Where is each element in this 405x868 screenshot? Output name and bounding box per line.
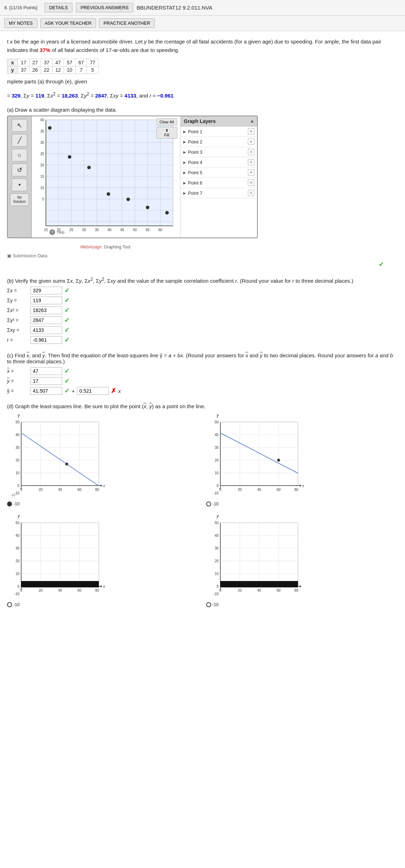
svg-text:0: 0 [17, 585, 19, 588]
svg-marker-71 [101, 485, 102, 487]
graph-option-1[interactable]: y 50 40 [7, 413, 199, 506]
layer-item-2[interactable]: ▶ Point 2 ✕ [180, 137, 257, 147]
svg-text:50: 50 [214, 521, 219, 525]
x-val-3: 37 [41, 59, 53, 66]
layer-label-5: Point 5 [188, 170, 202, 175]
r-input[interactable] [30, 336, 62, 344]
layer-item-4[interactable]: ▶ Point 4 ✕ [180, 157, 257, 168]
sigma-xy-input[interactable] [30, 326, 62, 334]
graph-option-3[interactable]: y 50 40 30 20 10 [7, 514, 199, 607]
clear-all-button[interactable]: Clear All [156, 118, 177, 125]
svg-text:60: 60 [77, 588, 82, 592]
checkmark-area: ✓ [7, 260, 384, 268]
svg-text:40: 40 [257, 588, 261, 592]
layer-label-1: Point 1 [188, 129, 202, 134]
sigma-xy-row: Σxy = ✓ [7, 326, 398, 334]
layer-item-5[interactable]: ▶ Point 5 ✕ [180, 168, 257, 178]
sigma-y2-check: ✓ [64, 316, 70, 324]
sigma-y2-input[interactable] [30, 316, 62, 324]
a-check: ✓ [64, 387, 70, 395]
answer-hidden-4 [220, 581, 298, 587]
svg-text:10: 10 [16, 471, 20, 475]
layer-delete-1[interactable]: ✕ [248, 128, 254, 135]
y-bar-check: ✓ [64, 377, 70, 385]
svg-text:0: 0 [20, 488, 22, 492]
radio-option-4[interactable]: -10 [206, 602, 398, 607]
x-bar-label: x = [7, 368, 28, 374]
radio-option-2[interactable]: -10 [206, 502, 398, 506]
curve-tool[interactable]: ↺ [12, 164, 27, 176]
sigma-y2-row: Σy² = ✓ [7, 316, 398, 324]
svg-text:15: 15 [44, 228, 48, 232]
sigma-xy-label: Σxy = [7, 327, 28, 333]
sigma-y-check: ✓ [64, 297, 70, 304]
layer-item-7[interactable]: ▶ Point 7 ✕ [180, 188, 257, 198]
submission-data-toggle[interactable]: ▣ Submission Data [7, 253, 47, 258]
arrow-icon-1: ▶ [183, 130, 186, 134]
part-a-label: (a) Draw a scatter diagram displaying th… [7, 107, 398, 113]
svg-text:30: 30 [82, 228, 86, 232]
x-bar-input[interactable] [30, 367, 62, 375]
graph-action-buttons: Clear All ⬆ Fill [156, 118, 177, 139]
sigma-y-label: Σy = [7, 298, 28, 303]
graph-option-2[interactable]: y 50 40 30 20 10 [206, 413, 398, 506]
b-input[interactable] [77, 387, 109, 395]
minus-10-label-4: -10 [213, 602, 219, 607]
point-6 [146, 206, 149, 209]
submission-data-container[interactable]: ▣ Submission Data [7, 252, 398, 258]
layer-delete-7[interactable]: ✕ [248, 190, 254, 196]
layer-item-6[interactable]: ▶ Point 6 ✕ [180, 178, 257, 188]
sigma-x-input[interactable] [30, 287, 62, 294]
practice-another-button[interactable]: PRACTICE ANOTHER [99, 18, 155, 28]
line-tool[interactable]: ╱ [12, 134, 27, 147]
my-notes-button[interactable]: MY NOTES [4, 18, 37, 28]
details-button[interactable]: DETAILS [44, 3, 72, 12]
layer-item-3[interactable]: ▶ Point 3 ✕ [180, 147, 257, 157]
y-axis-label-1: y [18, 413, 20, 418]
svg-text:60: 60 [77, 488, 82, 492]
layer-item-1[interactable]: ▶ Point 1 ✕ [180, 127, 257, 137]
graph-main[interactable]: 40 35 30 25 20 15 10 5 15 20 25 30 35 [32, 116, 180, 237]
point-tool[interactable]: • [12, 178, 27, 191]
y-label: y [7, 66, 18, 74]
layer-delete-4[interactable]: ✕ [248, 159, 254, 165]
svg-text:0: 0 [216, 484, 219, 488]
sigma-x2-input[interactable] [30, 306, 62, 314]
graph-option-4[interactable]: y 50 40 30 20 10 [206, 514, 398, 607]
y-val-1: 37 [18, 66, 30, 74]
r-row: r = ✓ [7, 336, 398, 344]
graph-layers-title: Graph Layers [184, 118, 216, 124]
action-bar: MY NOTES ASK YOUR TEACHER PRACTICE ANOTH… [0, 16, 405, 31]
collapse-button[interactable]: « [251, 118, 254, 124]
radio-option-3[interactable]: -10 [7, 602, 199, 607]
svg-text:Help: Help [57, 230, 65, 234]
layer-delete-6[interactable]: ✕ [248, 180, 254, 186]
graph-svg-2: 50 40 30 20 10 0 0 20 40 60 80 x -10 [206, 418, 305, 500]
circle-tool[interactable]: ○ [12, 149, 27, 162]
fill-button[interactable]: ⬆ Fill [156, 127, 177, 139]
arrow-icon-4: ▶ [183, 160, 186, 164]
svg-marker-130 [101, 585, 102, 587]
layer-delete-3[interactable]: ✕ [248, 149, 254, 155]
radio-option-1[interactable]: -10 [7, 502, 199, 506]
no-solution-tool[interactable]: NoSolution [10, 193, 29, 206]
ask-teacher-button[interactable]: ASK YOUR TEACHER [40, 18, 96, 28]
sigma-y-input[interactable] [30, 297, 62, 304]
previous-answers-button[interactable]: PREVIOUS ANSWERS [76, 3, 133, 12]
svg-text:40: 40 [257, 488, 261, 492]
sigma-y2-label: Σy² = [7, 317, 28, 323]
sigma-x2-check: ✓ [64, 306, 70, 314]
y-bar-input[interactable] [30, 377, 62, 385]
svg-text:45: 45 [120, 228, 124, 232]
a-input[interactable] [30, 387, 62, 395]
graph-svg-1: 50 40 30 20 10 0 0 20 40 60 80 x -10 [7, 418, 106, 500]
svg-text:25: 25 [69, 228, 73, 232]
svg-text:5: 5 [42, 197, 44, 201]
sigma-y-row: Σy = ✓ [7, 297, 398, 304]
graph-layers-header: Graph Layers « [180, 116, 257, 127]
layer-delete-2[interactable]: ✕ [248, 139, 254, 145]
svg-text:15: 15 [40, 175, 44, 178]
layer-delete-5[interactable]: ✕ [248, 169, 254, 176]
percent-highlight: 37% [40, 47, 50, 53]
cursor-tool[interactable]: ↖ [12, 119, 27, 132]
